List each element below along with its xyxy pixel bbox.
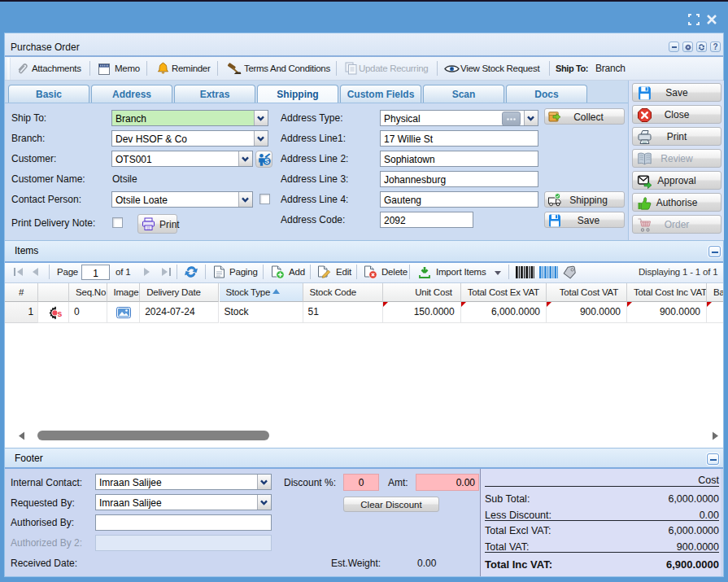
svg-text:s: s xyxy=(58,309,63,318)
svg-text:S: S xyxy=(264,157,269,165)
